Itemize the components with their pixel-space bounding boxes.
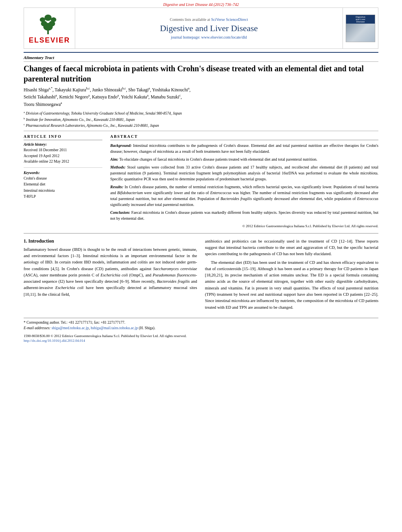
journal-title: Digestive and Liver Disease	[160, 23, 258, 33]
journal-header-center: Contents lists available at SciVerse Sci…	[75, 8, 343, 48]
keyword-elemental: Elemental diet	[24, 182, 102, 187]
article-info-abstract-section: ARTICLE INFO Article history: Received 1…	[24, 134, 378, 229]
keywords-label: Keywords:	[24, 171, 102, 175]
introduction-text: Inflammatory bowel disease (IBD) is thou…	[24, 247, 197, 298]
affiliation-a: a Division of Gastroenterology, Tohoku U…	[24, 110, 378, 116]
email-addresses: E-mail addresses: shiga@med.tohoku.ac.jp…	[24, 325, 378, 331]
article-info-header: ARTICLE INFO	[24, 134, 102, 140]
svg-point-5	[51, 17, 56, 22]
journal-homepage: journal homepage: www.elsevier.com/locat…	[171, 35, 247, 39]
elsevier-logo-section: ELSEVIER	[24, 8, 75, 48]
article-title: Changes of faecal microbiota in patients…	[24, 63, 378, 84]
intro-para-2: antibiotics and probiotics can be occasi…	[205, 238, 379, 258]
intro-para-1: Inflammatory bowel disease (IBD) is thou…	[24, 247, 197, 298]
received-date: Received 18 December 2011	[24, 147, 102, 153]
corresponding-author-note: * Corresponding author. Tel.: +81 227177…	[24, 320, 378, 325]
abstract-methods: Methods: Stool samples were collected fr…	[110, 164, 378, 182]
main-left-column: 1. Introduction Inflammatory bowel disea…	[24, 238, 197, 314]
authors: Hisashi Shigaa,*, Takayuki Kajiurab,c, J…	[24, 86, 378, 108]
intro-para-3: The elemental diet (ED) has been used in…	[205, 260, 379, 311]
abstract-copyright: © 2012 Editrice Gastroenterologica Itali…	[110, 224, 378, 229]
introduction-heading: 1. Introduction	[24, 238, 197, 244]
keyword-microbiota: Intestinal microbiota	[24, 188, 102, 194]
main-right-column: antibiotics and probiotics can be occasi…	[205, 238, 379, 314]
article-info-column: ARTICLE INFO Article history: Received 1…	[24, 134, 102, 229]
affiliation-b: b Institute for Innovation, Ajinomoto Co…	[24, 117, 378, 122]
thumb-image	[346, 24, 375, 42]
sciverse-line: Contents lists available at SciVerse Sci…	[170, 17, 248, 22]
affiliations: a Division of Gastroenterology, Tohoku U…	[24, 110, 378, 128]
main-content: 1. Introduction Inflammatory bowel disea…	[24, 238, 378, 314]
elsevier-logo: ELSEVIER	[29, 12, 70, 44]
info-divider	[24, 167, 102, 168]
affiliation-c: c Pharmaceutical Research Laboratories, …	[24, 122, 378, 128]
email-2[interactable]: hshiga@mail.tains.tohoku.ac.jp	[91, 326, 138, 330]
journal-reference: Digestive and Liver Disease 44 (2012) 73…	[0, 0, 402, 7]
abstract-results: Results: In Crohn's disease patients, th…	[110, 184, 378, 208]
svg-point-6	[44, 15, 52, 21]
footer-bottom: 1590-8658/$36.00 © 2012 Editrice Gastroe…	[24, 334, 378, 338]
accepted-date: Accepted 19 April 2012	[24, 153, 102, 159]
thumb-title: Digestiveand LiverDisease	[346, 15, 375, 24]
alimentary-divider	[24, 61, 378, 62]
elsevier-wordmark: ELSEVIER	[29, 36, 70, 44]
abstract-background: Background: Intestinal microbiota contri…	[110, 143, 378, 154]
affiliations-divider	[24, 131, 378, 131]
footer: * Corresponding author. Tel.: +81 227177…	[24, 318, 378, 343]
header-divider	[24, 52, 378, 53]
abstract-text: Background: Intestinal microbiota contri…	[110, 143, 378, 229]
section-label: Alimentary Tract	[24, 55, 378, 60]
introduction-text-right: antibiotics and probiotics can be occasi…	[205, 238, 379, 311]
keyword-crohns: Crohn's disease	[24, 176, 102, 182]
journal-thumbnail: Digestiveand LiverDisease	[346, 15, 375, 42]
keyword-trflp: T-RFLP	[24, 194, 102, 200]
history-label: Article history:	[24, 143, 102, 146]
journal-thumbnail-section: Digestiveand LiverDisease	[343, 8, 378, 48]
abstract-conclusion: Conclusion: Faecal microbiota in Crohn's…	[110, 209, 378, 221]
svg-point-4	[40, 17, 45, 22]
elsevier-tree-icon	[39, 12, 60, 35]
sciverse-link[interactable]: SciVerse ScienceDirect	[211, 17, 248, 22]
abstract-aim: Aim: To elucidate changes of faecal micr…	[110, 156, 378, 162]
body-divider	[24, 233, 378, 234]
copyright-bottom: 1590-8658/$36.00 © 2012 Editrice Gastroe…	[24, 334, 187, 338]
abstract-header: ABSTRACT	[110, 134, 378, 140]
abstract-column: ABSTRACT Background: Intestinal microbio…	[110, 134, 378, 229]
available-date: Available online 22 May 2012	[24, 159, 102, 164]
journal-header: ELSEVIER Contents lists available at Sci…	[24, 7, 378, 49]
journal-url[interactable]: www.elsevier.com/locate/dld	[201, 35, 247, 39]
doi-link[interactable]: http://dx.doi.org/10.1016/j.dld.2012.04.…	[24, 339, 378, 343]
email-1[interactable]: shiga@med.tohoku.ac.jp	[52, 326, 89, 330]
